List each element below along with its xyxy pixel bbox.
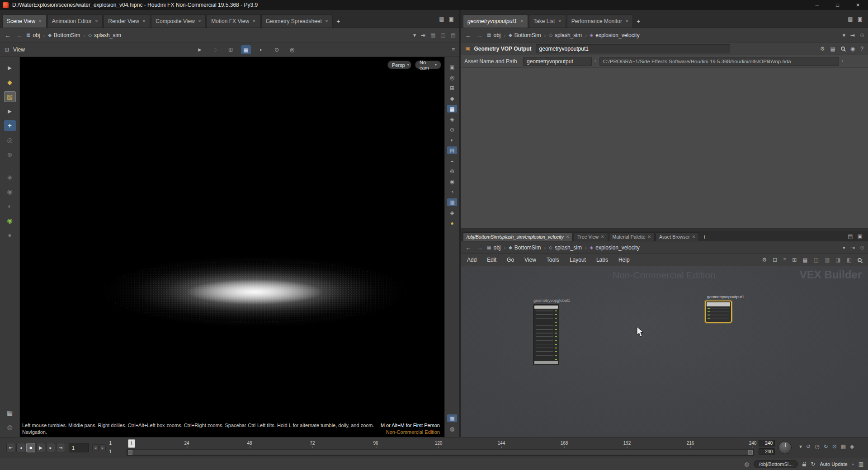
tab-close-icon[interactable]: ✕	[198, 19, 202, 24]
breadcrumb-splash-sim[interactable]: ◇ splash_sim	[549, 244, 582, 251]
gear-icon[interactable]: ⚙	[820, 46, 825, 52]
camera-dropdown[interactable]: No cam ▾	[415, 61, 441, 69]
range-end-handle[interactable]	[748, 450, 753, 455]
pane-float-icon[interactable]: ▣	[858, 233, 863, 240]
prev-keyframe-button[interactable]: ◂	[92, 444, 99, 451]
tab-scene-view[interactable]: Scene View ✕	[2, 14, 47, 28]
view-grid-icon[interactable]: ⊞	[5, 47, 9, 53]
active-tool-icon[interactable]: ▧	[4, 91, 16, 102]
tab-material-palette[interactable]: Material Palette ✕	[609, 232, 655, 241]
strip-icon[interactable]: ◍	[447, 425, 457, 432]
path-dropdown-icon[interactable]: ▾	[843, 32, 845, 38]
breadcrumb-bottomsim[interactable]: ◆ BottomSim	[48, 32, 80, 38]
round-icon[interactable]: ◉	[850, 46, 855, 52]
pin-icon[interactable]: ⊙	[860, 32, 864, 38]
box-select-icon[interactable]: ⊞	[226, 45, 236, 54]
pane-menu-icon[interactable]: ▤	[848, 233, 853, 240]
play-button[interactable]: ▶	[36, 443, 45, 452]
tab-close-icon[interactable]: ✕	[38, 19, 42, 24]
menu-go[interactable]: Go	[507, 257, 514, 263]
breadcrumb-obj[interactable]: ▦ obj	[487, 32, 500, 38]
grid-icon[interactable]: ⊞	[792, 257, 797, 263]
keyframe-icon[interactable]: ◈	[850, 443, 854, 450]
help-icon[interactable]: ?	[860, 46, 863, 52]
strip-icon-active[interactable]: ▤	[447, 146, 457, 154]
tab-close-icon[interactable]: ✕	[95, 19, 99, 24]
shade-mode-icon[interactable]: ◐	[256, 45, 266, 54]
column-icon[interactable]: ◫	[440, 32, 445, 38]
column-icon[interactable]: ◫	[814, 257, 819, 263]
3d-viewport[interactable]: Persp ▾ No cam ▾ Left mouse tumbles. Mid…	[20, 57, 444, 437]
lighting-icon[interactable]: ⊙	[272, 45, 282, 54]
jump-icon[interactable]: ⇥	[850, 32, 855, 38]
jump-icon[interactable]: ⇥	[850, 244, 855, 251]
gear-icon[interactable]: ⚙	[762, 257, 767, 263]
film-icon[interactable]: ▦	[841, 443, 846, 450]
menu-view[interactable]: View	[524, 257, 536, 263]
menu-add[interactable]: Add	[467, 257, 476, 263]
tab-close-icon[interactable]: ✕	[648, 235, 651, 239]
tab-close-icon[interactable]: ✕	[325, 19, 329, 24]
new-tab-button[interactable]: +	[333, 14, 343, 28]
scale-tool-icon[interactable]: ◐	[4, 201, 16, 212]
menu-labs[interactable]: Labs	[596, 257, 608, 263]
tab-geometry-spreadsheet[interactable]: Geometry Spreadsheet ✕	[261, 14, 333, 28]
breadcrumb-explosion-velocity[interactable]: ◈ explosion_velocity	[590, 244, 640, 251]
tab-motion-fx-view[interactable]: Motion FX View ✕	[207, 14, 260, 28]
clock-icon[interactable]: ◷	[815, 443, 819, 450]
tab-animation-editor[interactable]: Animation Editor ✕	[47, 14, 103, 28]
lasso-select-icon[interactable]: ◌	[210, 45, 220, 54]
breadcrumb-explosion-velocity[interactable]: ◈ explosion_velocity	[590, 32, 640, 38]
breadcrumb-obj[interactable]: ▦ obj	[26, 32, 40, 38]
pose-tool-icon[interactable]: ◎	[4, 135, 16, 146]
lock-icon[interactable]	[802, 464, 806, 466]
tab-asset-browser[interactable]: Asset Browser ✕	[656, 232, 699, 241]
menu-layout[interactable]: Layout	[570, 257, 586, 263]
current-frame-field[interactable]: 1	[69, 443, 89, 452]
asset-name-field[interactable]: geometryvopoutput	[523, 57, 592, 66]
strip-icon[interactable]: ◉	[447, 178, 457, 185]
auto-update-label[interactable]: Auto Update	[820, 461, 847, 467]
panel-icon[interactable]: ◧	[847, 257, 852, 263]
stop-button[interactable]: ■	[26, 443, 35, 452]
strip-icon[interactable]: ⊙	[447, 126, 457, 133]
range-start-handle[interactable]	[128, 450, 132, 455]
back-icon[interactable]: ←	[464, 32, 472, 39]
sync-icon[interactable]: ↻	[811, 461, 815, 467]
search-icon[interactable]	[858, 258, 862, 262]
go-to-end-button[interactable]: ⇥	[56, 443, 65, 452]
tab-network-path[interactable]: /obj/BottomSim/splash_sim/explosion_velo…	[463, 232, 573, 241]
pane-float-icon[interactable]: ▣	[858, 16, 863, 22]
tab-close-icon[interactable]: ✕	[625, 19, 629, 24]
view-tool-icon[interactable]: ◉	[4, 215, 16, 226]
asset-path-field[interactable]: C:/PROGRA~1/Side Effects Software/Houdin…	[599, 57, 839, 66]
close-button[interactable]: ✕	[848, 0, 868, 10]
strip-icon-active[interactable]: ▥	[447, 198, 457, 206]
node-name-field[interactable]: geometryvopoutput1	[536, 44, 730, 53]
pane-menu-icon[interactable]: ▤	[439, 16, 444, 22]
presets-icon[interactable]: ▤	[830, 46, 835, 52]
playback-end-field[interactable]: 240	[759, 448, 775, 455]
strip-icon[interactable]: ◐	[447, 136, 457, 144]
undo-icon[interactable]: ↺	[806, 443, 811, 450]
strip-icon-active[interactable]: ▦	[447, 105, 457, 113]
chevron-down-icon[interactable]: ▾	[852, 462, 854, 466]
transform-tool-icon[interactable]: ◈	[4, 172, 16, 183]
new-tab-button[interactable]: +	[699, 232, 709, 241]
strip-icon-flag[interactable]: ●	[447, 219, 457, 227]
maximize-button[interactable]: □	[827, 0, 848, 10]
node-geometryvopglobal1[interactable]	[533, 304, 559, 365]
strip-icon[interactable]: ◔	[447, 188, 457, 196]
strip-icon[interactable]: ◎	[447, 74, 457, 81]
forward-icon[interactable]: →	[476, 244, 484, 251]
rows-icon[interactable]: ▥	[825, 257, 830, 263]
snapshot-icon[interactable]: ▦	[430, 32, 435, 38]
tab-close-icon[interactable]: ✕	[601, 235, 604, 239]
network-canvas[interactable]: Non-Commercial Edition VEX Builder geome…	[461, 266, 868, 437]
breadcrumb-bottomsim[interactable]: ◆ BottomSim	[509, 244, 541, 251]
tab-performance-monitor[interactable]: Performance Monitor ✕	[567, 14, 633, 28]
tab-geometryvopoutput1[interactable]: geometryvopoutput1 ✕	[463, 14, 528, 28]
pane-float-icon[interactable]: ▣	[449, 16, 454, 22]
search-icon[interactable]	[841, 47, 845, 51]
tab-close-icon[interactable]: ✕	[558, 19, 561, 24]
